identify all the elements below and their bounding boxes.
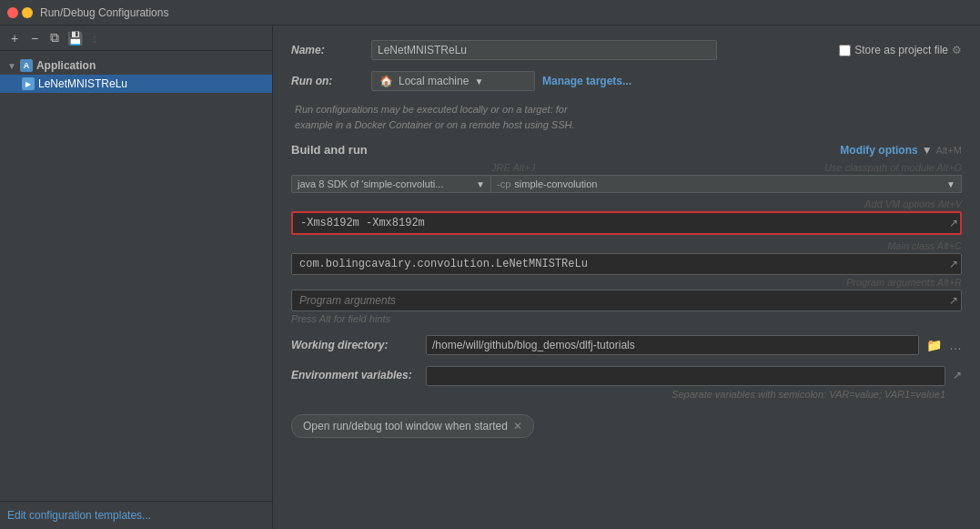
- vm-options-input[interactable]: [291, 211, 962, 235]
- prog-args-container: Program arguments Alt+R ↗: [291, 277, 962, 311]
- name-store-row: Name: Store as project file ⚙: [291, 40, 962, 60]
- prog-args-row: ↗: [291, 290, 962, 311]
- name-label: Name:: [291, 44, 364, 56]
- cp-chevron-icon[interactable]: ▼: [946, 179, 955, 189]
- alt-hint-text: Press Alt for field hints: [291, 313, 962, 324]
- working-dir-folder-icon[interactable]: 📁: [926, 338, 942, 352]
- right-panel: Name: Store as project file ⚙ Run on: 🏠 …: [273, 25, 980, 529]
- section-header: Build and run Modify options ▼ Alt+M: [291, 143, 962, 157]
- env-section: Separate variables with semicolon: VAR=v…: [426, 366, 945, 400]
- main-class-input[interactable]: [291, 253, 962, 275]
- env-expand-button[interactable]: ↗: [953, 366, 962, 381]
- name-input[interactable]: [371, 40, 717, 60]
- working-dir-label: Working directory:: [291, 339, 419, 351]
- edit-templates-link[interactable]: Edit configuration templates...: [7, 509, 151, 522]
- tree-arrow-icon: ▼: [7, 61, 16, 71]
- main-class-hint: Main class Alt+C: [887, 240, 962, 251]
- save-config-button[interactable]: 💾: [66, 29, 84, 47]
- working-dir-browse-button[interactable]: …: [949, 338, 962, 352]
- modify-options-link[interactable]: Modify options: [840, 144, 917, 157]
- program-args-input[interactable]: [291, 290, 962, 311]
- section-title: Build and run: [291, 143, 368, 157]
- minimize-button[interactable]: [22, 7, 33, 18]
- sidebar-toolbar: + − ⧉ 💾 ↕: [0, 25, 272, 51]
- manage-targets-link[interactable]: Manage targets...: [542, 75, 631, 87]
- sidebar-tree: ▼ A Application ▶ LeNetMNISTReLu: [0, 51, 272, 501]
- run-on-row: Run on: 🏠 Local machine ▼ Manage targets…: [291, 71, 962, 91]
- run-description: Run configurations may be executed local…: [291, 102, 962, 132]
- vm-options-expand-button[interactable]: ↗: [949, 217, 958, 229]
- run-on-value: Local machine: [399, 75, 469, 87]
- bottom-row: Open run/debug tool window when started …: [291, 414, 962, 438]
- tree-item-label: LeNetMNISTReLu: [38, 77, 127, 90]
- cp-value: simple-convolution: [514, 178, 597, 189]
- close-button[interactable]: [7, 7, 18, 18]
- store-right: Store as project file ⚙: [839, 44, 962, 56]
- run-on-label: Run on:: [291, 75, 364, 87]
- window-title: Run/Debug Configurations: [40, 6, 168, 19]
- env-row: Environment variables: Separate variable…: [291, 366, 962, 400]
- move-config-button[interactable]: ↕: [86, 29, 104, 47]
- cp-flag: -cp: [497, 178, 510, 189]
- program-args-hint: Program arguments Alt+R: [846, 277, 962, 288]
- vm-options-row: ↗: [291, 211, 962, 235]
- name-left: Name:: [291, 40, 717, 60]
- modify-options-arrow[interactable]: ▼: [922, 144, 933, 157]
- sdk-value: java 8 SDK of 'simple-convoluti...: [298, 178, 443, 189]
- tree-item-lenetmnist[interactable]: ▶ LeNetMNISTReLu: [0, 75, 272, 93]
- config-icon: ▶: [22, 77, 35, 90]
- jre-hint: JRE Alt+J: [491, 162, 535, 173]
- vm-options-container: Add VM options Alt+V ↗: [291, 198, 962, 235]
- copy-config-button[interactable]: ⧉: [45, 29, 64, 47]
- add-vm-hint: Add VM options Alt+V: [864, 198, 962, 209]
- env-input[interactable]: [426, 366, 945, 386]
- open-tool-window-label: Open run/debug tool window when started: [303, 420, 508, 432]
- window-controls: [7, 7, 33, 18]
- remove-config-button[interactable]: −: [25, 29, 44, 47]
- sdk-row-container: JRE Alt+J Use classpath of module Alt+O …: [291, 162, 962, 193]
- tree-group-label: Application: [36, 59, 96, 72]
- tree-group-application: ▼ A Application ▶ LeNetMNISTReLu: [0, 55, 272, 95]
- hints-row: JRE Alt+J Use classpath of module Alt+O: [291, 162, 962, 173]
- working-dir-input[interactable]: [426, 335, 919, 355]
- main-class-row: ↗: [291, 253, 962, 275]
- prog-args-hints-row: Program arguments Alt+R: [291, 277, 962, 288]
- sdk-chevron-icon: ▼: [476, 179, 485, 189]
- sdk-dropdown[interactable]: java 8 SDK of 'simple-convoluti... ▼: [291, 175, 491, 193]
- use-classpath-hint: Use classpath of module Alt+O: [824, 162, 962, 173]
- run-on-dropdown[interactable]: 🏠 Local machine ▼: [371, 71, 535, 91]
- main-class-container: Main class Alt+C ↗: [291, 240, 962, 275]
- working-dir-row: Working directory: 📁 …: [291, 335, 962, 355]
- main-class-hints-row: Main class Alt+C: [291, 240, 962, 251]
- sidebar-bottom: Edit configuration templates...: [0, 501, 272, 529]
- store-project-checkbox[interactable]: [839, 45, 851, 56]
- build-row: java 8 SDK of 'simple-convoluti... ▼ -cp…: [291, 175, 962, 193]
- vm-hints-row: Add VM options Alt+V: [291, 198, 962, 209]
- gear-icon[interactable]: ⚙: [952, 44, 962, 56]
- run-on-icon: 🏠: [379, 75, 393, 87]
- application-icon: A: [20, 59, 33, 72]
- add-config-button[interactable]: +: [5, 29, 24, 47]
- modify-shortcut: Alt+M: [936, 145, 962, 156]
- env-hint: Separate variables with semicolon: VAR=v…: [426, 389, 945, 400]
- sidebar: + − ⧉ 💾 ↕ ▼ A Application ▶ LeNetMNISTRe…: [0, 25, 273, 529]
- run-on-chevron-icon: ▼: [474, 76, 483, 86]
- build-run-section: Build and run Modify options ▼ Alt+M JRE…: [291, 143, 962, 324]
- tree-group-header[interactable]: ▼ A Application: [0, 56, 272, 75]
- main-class-expand-button[interactable]: ↗: [949, 258, 958, 270]
- close-tag-icon[interactable]: ✕: [513, 420, 522, 432]
- title-bar: Run/Debug Configurations: [0, 0, 980, 25]
- cp-section: -cp simple-convolution ▼: [491, 175, 962, 193]
- main-container: + − ⧉ 💾 ↕ ▼ A Application ▶ LeNetMNISTRe…: [0, 25, 980, 529]
- prog-args-expand-button[interactable]: ↗: [949, 294, 958, 307]
- store-project-label: Store as project file: [854, 44, 948, 56]
- env-label: Environment variables:: [291, 366, 419, 381]
- open-tool-window-button[interactable]: Open run/debug tool window when started …: [291, 414, 534, 438]
